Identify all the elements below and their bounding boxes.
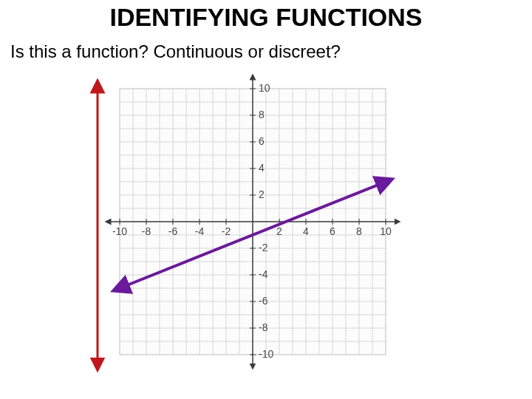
xtick: 10 xyxy=(380,225,392,237)
page-title: IDENTIFYING FUNCTIONS xyxy=(0,3,532,32)
xtick: 4 xyxy=(303,225,309,237)
ytick: -6 xyxy=(259,295,268,307)
ytick: -10 xyxy=(259,348,273,360)
xtick: -10 xyxy=(112,225,127,237)
ytick: 6 xyxy=(259,135,265,147)
xtick: 8 xyxy=(356,225,362,237)
xtick: -8 xyxy=(142,225,151,237)
ytick: -4 xyxy=(259,268,268,280)
graph-svg: -10 -8 -6 -4 -2 2 4 6 8 10 10 8 6 4 2 -2… xyxy=(53,74,423,377)
xtick: 2 xyxy=(276,225,282,237)
ytick: -2 xyxy=(259,242,268,253)
coordinate-graph: -10 -8 -6 -4 -2 2 4 6 8 10 10 8 6 4 2 -2… xyxy=(53,74,423,377)
ytick: 10 xyxy=(259,82,270,94)
slide: IDENTIFYING FUNCTIONS Is this a function… xyxy=(0,0,532,399)
ytick: 4 xyxy=(259,162,265,174)
xtick: -4 xyxy=(195,225,205,237)
ytick: -8 xyxy=(259,321,268,333)
question-text: Is this a function? Continuous or discre… xyxy=(10,41,341,62)
ytick: 8 xyxy=(259,109,265,120)
xtick: 6 xyxy=(330,225,335,237)
xtick: -6 xyxy=(168,225,178,237)
xtick: -2 xyxy=(222,225,231,237)
ytick: 2 xyxy=(259,188,265,200)
